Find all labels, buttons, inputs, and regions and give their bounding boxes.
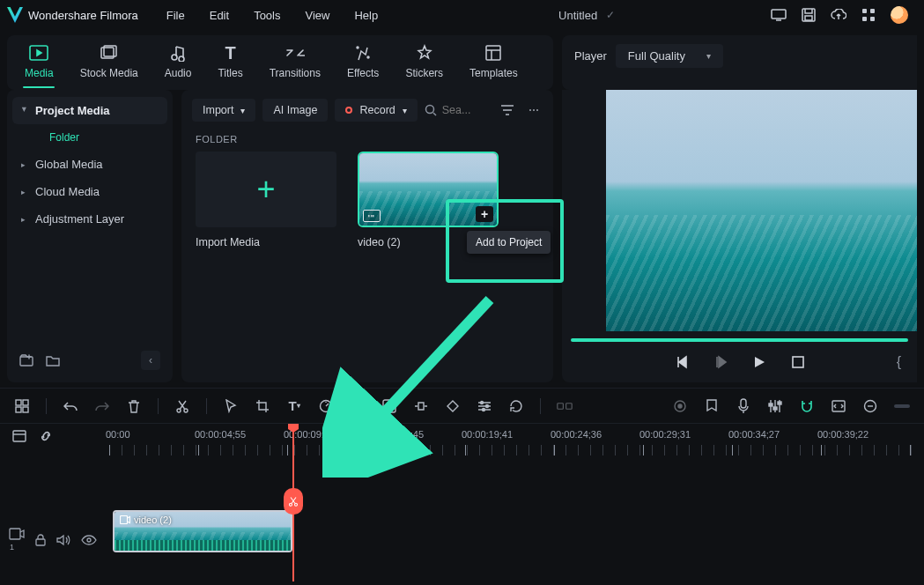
magnet-icon[interactable]: [799, 398, 815, 414]
player-quality-dropdown[interactable]: Full Quality ▾: [616, 44, 723, 68]
ruler-label: 00:00:24;36: [551, 429, 602, 440]
more-icon[interactable]: ⋯: [525, 100, 543, 120]
sidebar-item-cloud-media[interactable]: ▸ Cloud Media: [12, 178, 167, 205]
svg-rect-41: [13, 431, 26, 441]
card-label: video (2): [358, 236, 499, 248]
svg-rect-36: [769, 404, 772, 406]
split-icon[interactable]: [174, 398, 190, 414]
svg-rect-18: [16, 400, 21, 405]
keyframe-icon[interactable]: [445, 398, 461, 414]
folder-icon[interactable]: [46, 354, 60, 367]
timeline[interactable]: 00:00 00:00:04;55 00:00:09;50 00:00:14;4…: [0, 423, 924, 581]
tab-media[interactable]: Media: [19, 42, 59, 86]
player-expand-icon[interactable]: {: [897, 354, 901, 370]
speed-icon[interactable]: [318, 398, 334, 414]
ai-image-button[interactable]: AI Image: [262, 99, 328, 122]
svg-point-29: [486, 404, 489, 407]
ruler-label: 00:00:19;41: [462, 429, 513, 440]
text-icon[interactable]: T▾: [286, 398, 302, 414]
collapse-sidebar-button[interactable]: ‹: [141, 351, 160, 370]
track-video-icon[interactable]: 1: [9, 528, 25, 552]
menu-edit[interactable]: Edit: [210, 9, 229, 22]
tab-label: Effects: [347, 67, 379, 79]
chevron-right-icon: ▸: [21, 215, 28, 224]
import-media-card[interactable]: + Import Media: [196, 152, 336, 248]
chevron-down-icon: ▾: [403, 106, 407, 115]
svg-rect-43: [36, 539, 45, 545]
menu-file[interactable]: File: [166, 9, 185, 22]
clip-video-icon: [120, 515, 130, 524]
sidebar-item-adjustment-layer[interactable]: ▸ Adjustment Layer: [12, 205, 167, 233]
mask-icon[interactable]: [381, 398, 397, 414]
tab-stickers[interactable]: Stickers: [400, 42, 448, 86]
tab-label: Templates: [469, 67, 518, 79]
apps-icon[interactable]: [861, 7, 876, 23]
delete-icon[interactable]: [126, 398, 142, 414]
tab-audio[interactable]: Audio: [159, 42, 197, 86]
media-icon: [29, 44, 48, 62]
crop-icon[interactable]: [255, 398, 270, 414]
menu-help[interactable]: Help: [354, 9, 378, 22]
sidebar-subitem-folder[interactable]: Folder: [12, 124, 167, 151]
save-icon[interactable]: [801, 7, 817, 23]
user-avatar[interactable]: [891, 6, 908, 24]
track-mute-icon[interactable]: [56, 534, 70, 546]
timeline-clip[interactable]: video (2): [113, 510, 292, 552]
layout-icon[interactable]: [14, 398, 30, 414]
new-bin-icon[interactable]: [19, 354, 33, 367]
search-input[interactable]: [442, 104, 479, 116]
player-header: Player Full Quality ▾: [562, 35, 917, 90]
timeline-ruler[interactable]: 00:00 00:00:04;55 00:00:09;50 00:00:14;4…: [109, 429, 917, 455]
record-dropdown[interactable]: Record ▾: [335, 99, 417, 122]
filter-icon[interactable]: [497, 100, 518, 120]
sidebar-item-global-media[interactable]: ▸ Global Media: [12, 151, 167, 178]
screen-icon[interactable]: [771, 7, 787, 23]
tab-stock-media[interactable]: Stock Media: [75, 42, 144, 86]
mic-icon[interactable]: [736, 398, 751, 414]
keyframe-nav-icon[interactable]: [413, 398, 429, 414]
track-header-menu-icon[interactable]: [12, 430, 26, 442]
tab-transitions[interactable]: Transitions: [264, 42, 326, 86]
import-dropdown[interactable]: Import ▾: [192, 99, 255, 122]
svg-point-30: [483, 408, 485, 411]
player-preview[interactable]: [606, 90, 917, 331]
mixer-icon[interactable]: [767, 398, 783, 414]
menu-tools[interactable]: Tools: [254, 9, 280, 22]
zoom-out-icon[interactable]: [862, 398, 878, 414]
svg-point-10: [172, 55, 177, 60]
sidebar-item-project-media[interactable]: ▸ Project Media: [12, 97, 167, 124]
templates-icon: [485, 44, 501, 62]
track-lock-icon[interactable]: [35, 534, 46, 546]
player-step-button[interactable]: [713, 354, 728, 370]
timeline-playhead[interactable]: [292, 426, 294, 581]
render-icon[interactable]: [672, 398, 688, 414]
svg-rect-35: [741, 399, 746, 408]
zoom-toggle-icon[interactable]: [557, 398, 573, 414]
pointer-icon[interactable]: [223, 398, 239, 414]
track-visible-icon[interactable]: [81, 535, 97, 545]
color-icon[interactable]: [350, 398, 366, 414]
media-search[interactable]: [425, 104, 490, 116]
split-handle[interactable]: [284, 488, 303, 515]
chevron-down-icon: ▸: [20, 107, 29, 115]
zoom-slider[interactable]: [894, 404, 910, 408]
redo-icon[interactable]: [94, 398, 110, 414]
fit-icon[interactable]: [831, 398, 846, 414]
link-icon[interactable]: [39, 429, 53, 443]
document-title[interactable]: Untitled: [558, 9, 597, 22]
cloud-upload-icon[interactable]: [831, 7, 846, 23]
undo-icon[interactable]: [63, 398, 78, 414]
tab-effects[interactable]: Effects: [342, 42, 384, 86]
tab-titles[interactable]: T Titles: [212, 42, 248, 86]
adjust-icon[interactable]: [477, 398, 492, 414]
refresh-icon[interactable]: [508, 398, 524, 414]
menu-view[interactable]: View: [305, 9, 329, 22]
tab-templates[interactable]: Templates: [464, 42, 523, 86]
video-badge-icon: ▮▮▮: [363, 210, 381, 222]
player-prev-button[interactable]: [674, 354, 690, 370]
media-clip-card[interactable]: ▮▮▮ + video (2): [358, 152, 499, 248]
player-stop-button[interactable]: [790, 354, 806, 370]
add-to-project-button[interactable]: +: [476, 206, 493, 222]
player-play-button[interactable]: [751, 354, 767, 370]
marker-icon[interactable]: [704, 398, 720, 414]
